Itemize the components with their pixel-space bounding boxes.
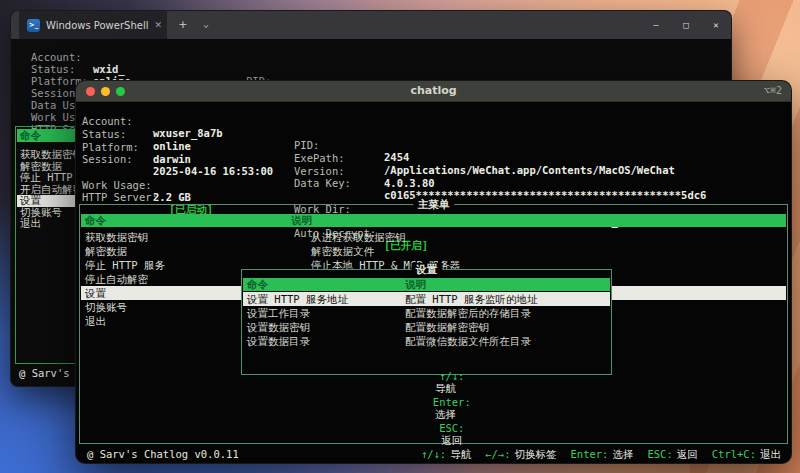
hint-label: 退出 <box>760 448 781 460</box>
menu-item-command: 获取数据密钥 <box>85 230 148 244</box>
info-label: HTTP Server: <box>82 191 158 203</box>
desktop: >_ Windows PowerShell ✕ + ⌄ – □ ✕ Accoun… <box>0 0 800 473</box>
tab-windows-powershell[interactable]: >_ Windows PowerShell ✕ <box>19 11 167 39</box>
dialog-item-selected[interactable]: 设置 HTTP 服务地址 配置 HTTP 服务监听的地址 <box>243 292 610 306</box>
menu-item[interactable]: 解密数据 解密数据文件 <box>81 244 786 258</box>
hint-key: Enter: <box>433 396 471 408</box>
hint-key: ESC: <box>439 422 464 434</box>
menu-item-description: 解密数据文件 <box>311 244 374 258</box>
menu-item-command: 设置数据目录 <box>247 334 310 348</box>
hint-key: ↑/↓: <box>421 448 446 460</box>
menu-item-description: 配置数据解密后的存储目录 <box>405 306 531 320</box>
powershell-icon: >_ <box>27 19 40 32</box>
hint-key: Enter: <box>571 448 609 460</box>
menu-header-command: 命令 <box>247 278 268 291</box>
hint-navigate: ↑/↓:导航 <box>421 448 471 462</box>
dialog-item[interactable]: 设置工作目录 配置数据解密后的存储目录 <box>243 306 610 320</box>
hint-switch-tab: ←/→:切换标签 <box>485 448 556 462</box>
hint-label: 导航 <box>435 382 456 394</box>
menu-item-command: 切换账号 <box>85 300 127 314</box>
info-row: Status: online ExePath: /Applications/We… <box>76 116 791 129</box>
new-tab-button[interactable]: + <box>172 11 194 39</box>
settings-dialog-title: 设置 <box>411 263 442 277</box>
hint-key: ESC: <box>647 448 672 460</box>
menu-item-command: 设置工作目录 <box>247 306 310 320</box>
hint-quit: Ctrl+C:退出 <box>712 448 781 462</box>
main-menu-title: 主菜单 <box>413 198 455 212</box>
title-bar[interactable]: chatlog ⌥⌘2 <box>76 81 791 102</box>
menu-item-command: 停止自动解密 <box>85 272 148 286</box>
menu-item[interactable]: 获取数据密钥 从进程获取数据密钥 <box>81 230 786 244</box>
menu-item-command: 设置数据密钥 <box>247 320 310 334</box>
info-row: Account: wxuser_8a7b PID: 2454 <box>76 103 791 116</box>
hint-label: 返回 <box>677 448 698 460</box>
hint-key: Ctrl+C: <box>712 448 756 460</box>
tab-close-icon[interactable]: ✕ <box>154 20 162 30</box>
dialog-item[interactable]: 设置数据目录 配置微信数据文件所在目录 <box>243 334 610 348</box>
hint-label: 选择 <box>612 448 633 460</box>
menu-item-description: 配置 HTTP 服务监听的地址 <box>405 292 537 306</box>
info-row: Session: 2025-04-16 16:53:00 Data Key: c… <box>76 141 791 154</box>
tab-title: Windows PowerShell <box>46 20 148 31</box>
dialog-hint-bar: ↑/↓: 导航 Enter: 选择 ESC: 返回 <box>242 358 611 460</box>
tab-bar: >_ Windows PowerShell ✕ + ⌄ – □ ✕ <box>11 11 731 39</box>
menu-item-command: 停止 HTTP 服务 <box>85 258 165 272</box>
statusbar-hint-bar: ↑/↓:导航 ←/→:切换标签 Enter:选择 ESC:返回 Ctrl+C:退… <box>421 448 781 462</box>
tab-dropdown-icon[interactable]: ⌄ <box>195 11 217 39</box>
hint-key: ←/→: <box>485 448 510 460</box>
dialog-header-row: 命令 说明 <box>243 278 610 291</box>
maximize-button[interactable]: □ <box>671 11 701 39</box>
menu-item-command: 设置 HTTP 服务地址 <box>247 292 348 306</box>
menu-item-description: 配置数据解密密钥 <box>405 320 489 334</box>
window-title: chatlog <box>76 84 791 97</box>
chatlog-window: chatlog ⌥⌘2 Account: wxuser_8a7b PID: 24… <box>75 80 792 464</box>
menu-header-description: 说明 <box>405 278 426 291</box>
hint-key: ↑/↓: <box>439 370 464 382</box>
statusbar-brand: @ Sarv's Chatlog v0.0.11 <box>87 448 239 460</box>
minimize-button[interactable]: – <box>641 11 671 39</box>
window-shortcut: ⌥⌘2 <box>764 85 782 96</box>
menu-item-command: 退出 <box>85 314 106 328</box>
menu-item-command: 设置 <box>85 286 106 300</box>
menu-header-description: 说明 <box>291 214 312 227</box>
info-value: 2.2 GB <box>153 191 191 203</box>
info-row: HTTP Server: [已启动] [127.0.0.1:5030] Auto… <box>76 179 791 192</box>
menu-header-command: 命令 <box>85 214 106 227</box>
hint-label: 返回 <box>441 434 462 446</box>
info-row: Data Usage: 49.7 GB Data Dir: /Users/sar… <box>76 154 791 167</box>
settings-dialog: 设置 命令 说明 设置 HTTP 服务地址 配置 HTTP 服务监听的地址 设置… <box>241 269 612 375</box>
dialog-item[interactable]: 设置数据密钥 配置数据解密密钥 <box>243 320 610 334</box>
menu-header-row: 命令 说明 <box>81 214 786 227</box>
hint-label: 导航 <box>450 448 471 460</box>
menu-item-description: 从进程获取数据密钥 <box>311 230 406 244</box>
hint-back: ESC:返回 <box>647 448 697 462</box>
window-controls: – □ ✕ <box>641 11 731 39</box>
hint-select: Enter:选择 <box>571 448 634 462</box>
menu-item-description: 配置微信数据文件所在目录 <box>405 334 531 348</box>
hint-label: 切换标签 <box>515 448 557 460</box>
close-button[interactable]: ✕ <box>701 11 731 39</box>
hint-label: 选择 <box>435 408 456 420</box>
menu-item-command: 解密数据 <box>85 244 127 258</box>
